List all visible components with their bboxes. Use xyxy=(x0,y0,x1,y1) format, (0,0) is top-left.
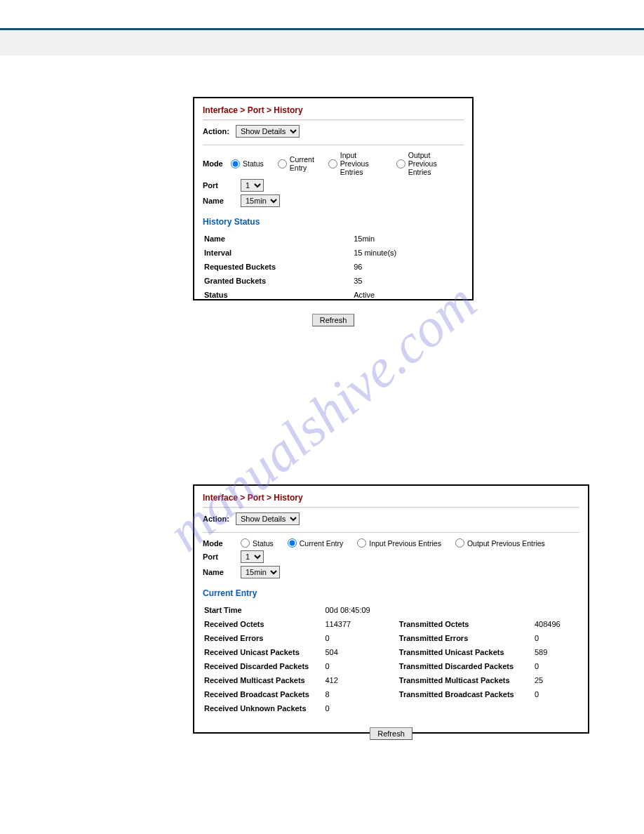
cell-key: Start Time xyxy=(204,604,324,616)
name-label: Name xyxy=(203,568,241,576)
radio-icon[interactable] xyxy=(455,538,464,548)
mode-radio-status[interactable]: Status xyxy=(241,538,274,548)
port-row: Port 1 xyxy=(203,179,464,192)
cell-key: Transmitted Octets xyxy=(399,618,533,630)
cell-key: Name xyxy=(204,232,352,245)
name-select[interactable]: 15min xyxy=(241,566,280,578)
cell-key: Transmitted Multicast Packets xyxy=(399,674,533,687)
cell-value: 504 xyxy=(326,646,398,658)
mode-radio-input-prev[interactable]: Input Previous Entries xyxy=(357,538,441,548)
name-label: Name xyxy=(203,197,241,205)
cell-key: Received Octets xyxy=(204,618,324,630)
action-row: Action: Show Details xyxy=(203,125,464,138)
radio-label: Status xyxy=(243,159,264,168)
table-row: Name15min xyxy=(204,232,462,245)
cell-value: 00d 08:45:09 xyxy=(326,604,398,616)
radio-label: Output Previous Entries xyxy=(408,151,454,176)
mode-radio-current[interactable]: Current Entry xyxy=(288,538,343,548)
cell-value: 0 xyxy=(535,688,578,701)
mode-row: Mode Status Current Entry Input Previous… xyxy=(203,151,464,176)
cell-value: 412 xyxy=(326,674,398,687)
mode-radio-output-prev[interactable]: Output Previous Entries xyxy=(455,538,545,548)
cell-value: 114377 xyxy=(326,618,398,630)
action-select[interactable]: Show Details xyxy=(236,125,300,138)
refresh-button[interactable]: Refresh xyxy=(370,727,412,740)
port-label: Port xyxy=(203,181,241,190)
cell-key: Transmitted Discarded Packets xyxy=(399,660,533,673)
cell-key: Requested Buckets xyxy=(204,260,352,273)
cell-value: 15min xyxy=(354,232,462,245)
cell-key: Received Broadcast Packets xyxy=(204,688,324,701)
action-label: Action: xyxy=(203,515,229,523)
mode-radio-current[interactable]: Current Entry xyxy=(278,155,314,172)
cell-key: Transmitted Unicast Packets xyxy=(399,646,533,658)
radio-icon[interactable] xyxy=(231,159,240,168)
table-row: Received Discarded Packets 0 Transmitted… xyxy=(204,660,578,673)
page-header-strip xyxy=(0,30,644,55)
cell-value xyxy=(535,604,578,616)
table-row: Interval15 minute(s) xyxy=(204,246,462,259)
cell-value: 0 xyxy=(535,660,578,673)
cell-value: 589 xyxy=(535,646,578,658)
port-row: Port 1 xyxy=(203,550,579,563)
mode-radio-status[interactable]: Status xyxy=(231,159,264,168)
mode-row: Mode Status Current Entry Input Previous… xyxy=(203,538,579,548)
cell-key: Granted Buckets xyxy=(204,274,352,287)
cell-value: 25 xyxy=(535,674,578,687)
cell-key: Received Multicast Packets xyxy=(204,674,324,687)
radio-icon[interactable] xyxy=(278,159,287,168)
radio-icon[interactable] xyxy=(241,538,250,548)
breadcrumb: Interface > Port > History xyxy=(203,105,464,115)
cell-key: Received Unicast Packets xyxy=(204,646,324,658)
table-row: StatusActive xyxy=(204,289,462,301)
table-row: Received Octets 114377 Transmitted Octet… xyxy=(204,618,578,630)
radio-label: Input Previous Entries xyxy=(369,539,441,548)
table-row: Requested Buckets96 xyxy=(204,260,462,273)
breadcrumb: Interface > Port > History xyxy=(203,493,579,503)
radio-icon[interactable] xyxy=(328,159,337,168)
cell-key: Received Discarded Packets xyxy=(204,660,324,673)
cell-value: 35 xyxy=(354,274,462,287)
table-row: Received Unicast Packets 504 Transmitted… xyxy=(204,646,578,658)
action-row: Action: Show Details xyxy=(203,512,579,525)
name-select[interactable]: 15min xyxy=(241,194,280,207)
divider xyxy=(203,507,579,508)
mode-label: Mode xyxy=(203,539,241,548)
radio-label: Current Entry xyxy=(290,155,314,172)
action-select[interactable]: Show Details xyxy=(236,512,300,525)
table-row: Received Multicast Packets 412 Transmitt… xyxy=(204,674,578,687)
cell-value: Active xyxy=(354,289,462,301)
mode-radio-input-prev[interactable]: Input Previous Entries xyxy=(328,151,382,176)
radio-icon[interactable] xyxy=(396,159,405,168)
cell-value xyxy=(535,702,578,715)
radio-label: Input Previous Entries xyxy=(340,151,382,176)
name-row: Name 15min xyxy=(203,194,464,207)
table-row: Received Broadcast Packets 8 Transmitted… xyxy=(204,688,578,701)
port-select[interactable]: 1 xyxy=(241,179,264,192)
refresh-button[interactable]: Refresh xyxy=(312,314,355,326)
cell-key: Received Errors xyxy=(204,632,324,644)
name-row: Name 15min xyxy=(203,566,579,578)
current-entry-table: Start Time 00d 08:45:09 Received Octets … xyxy=(203,602,579,716)
divider xyxy=(203,145,464,145)
radio-icon[interactable] xyxy=(288,538,297,548)
port-label: Port xyxy=(203,552,241,561)
port-select[interactable]: 1 xyxy=(241,550,264,563)
mode-radio-output-prev[interactable]: Output Previous Entries xyxy=(396,151,454,176)
table-row: Received Errors 0 Transmitted Errors 0 xyxy=(204,632,578,644)
cell-value: 0 xyxy=(326,632,398,644)
cell-value: 0 xyxy=(326,660,398,673)
cell-key xyxy=(399,604,533,616)
cell-value: 96 xyxy=(354,260,462,273)
cell-key: Transmitted Broadcast Packets xyxy=(399,688,533,701)
cell-key: Interval xyxy=(204,246,352,259)
history-status-title: History Status xyxy=(203,217,464,227)
current-entry-title: Current Entry xyxy=(203,588,579,598)
radio-icon[interactable] xyxy=(357,538,366,548)
cell-value: 408496 xyxy=(535,618,578,630)
cell-value: 8 xyxy=(326,688,398,701)
history-status-panel: Interface > Port > History Action: Show … xyxy=(193,97,474,300)
cell-key: Status xyxy=(204,289,352,301)
cell-value: 0 xyxy=(535,632,578,644)
radio-label: Output Previous Entries xyxy=(467,539,545,548)
